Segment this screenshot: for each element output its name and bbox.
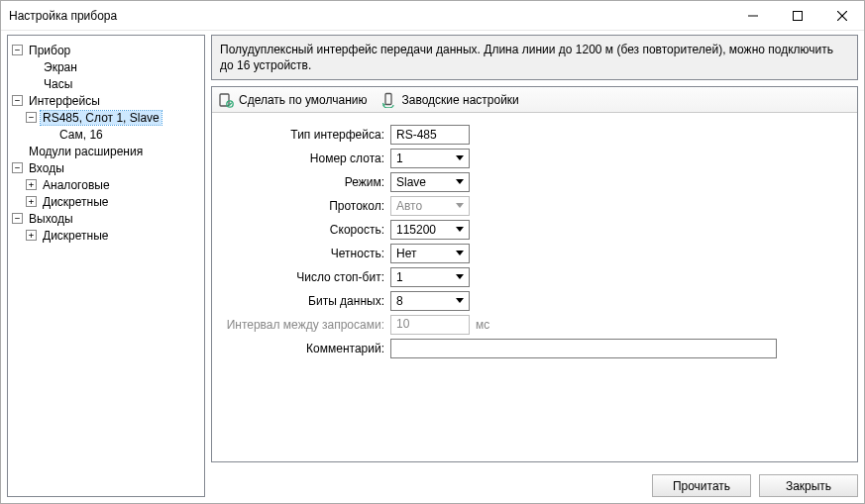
slot-combo[interactable]: 1: [390, 149, 470, 168]
footer: Прочитать Закрыть: [211, 468, 858, 497]
tree-expander[interactable]: [12, 213, 23, 224]
factory-settings-label: Заводские настройки: [401, 93, 518, 107]
protocol-value: Авто: [396, 199, 422, 213]
interval-input: 10: [390, 315, 470, 335]
tree-expander[interactable]: [12, 45, 23, 55]
parity-value: Нет: [396, 247, 416, 260]
stopbits-value: 1: [396, 270, 403, 284]
stopbits-combo[interactable]: 1: [390, 267, 470, 287]
chevron-down-icon: [452, 198, 467, 214]
tree-node-discrete-in[interactable]: Дискретные: [10, 193, 202, 210]
tree-node-outputs[interactable]: Выходы: [10, 210, 202, 227]
sidebar-tree: Прибор Экран Часы Интерфейсы: [7, 35, 205, 497]
speed-combo[interactable]: 115200: [390, 220, 470, 240]
svg-rect-6: [385, 93, 391, 104]
settings-panel: Сделать по умолчанию Заводские настройки…: [211, 86, 858, 462]
databits-value: 8: [396, 294, 403, 308]
databits-combo[interactable]: 8: [390, 291, 470, 311]
tree-node-analog[interactable]: Аналоговые: [10, 176, 202, 193]
chevron-down-icon: [452, 293, 467, 309]
close-icon: [837, 11, 847, 21]
titlebar: Настройка прибора: [1, 1, 864, 31]
tree-node-rs485[interactable]: RS485, Слот 1, Slave: [10, 109, 202, 126]
comment-input[interactable]: [390, 339, 777, 358]
toolbar: Сделать по умолчанию Заводские настройки: [212, 87, 857, 113]
chevron-down-icon: [452, 174, 467, 190]
maximize-button[interactable]: [775, 1, 819, 30]
read-button[interactable]: Прочитать: [652, 474, 751, 497]
protocol-combo: Авто: [390, 196, 470, 216]
default-icon: [218, 92, 234, 108]
databits-label: Биты данных:: [222, 294, 390, 308]
maximize-icon: [793, 11, 803, 21]
parity-combo[interactable]: Нет: [390, 244, 470, 263]
speed-label: Скорость:: [222, 223, 390, 237]
tree-expander[interactable]: [12, 162, 23, 173]
stopbits-label: Число стоп-бит:: [222, 270, 390, 284]
chevron-down-icon: [452, 222, 467, 238]
factory-settings-button[interactable]: Заводские настройки: [380, 92, 518, 108]
tree-node-inputs[interactable]: Входы: [10, 159, 202, 176]
body: Прибор Экран Часы Интерфейсы: [1, 31, 864, 503]
mode-combo[interactable]: Slave: [390, 172, 470, 192]
window-controls: [730, 1, 864, 30]
form: Тип интерфейса: RS-485 Номер слота: 1 Ре…: [212, 113, 857, 360]
main-pane: Полудуплексный интерфейс передачи данных…: [211, 35, 858, 497]
tree-node-clock[interactable]: Часы: [10, 75, 202, 92]
tree-expander[interactable]: [12, 95, 23, 106]
tree-node-screen[interactable]: Экран: [10, 58, 202, 75]
description-box: Полудуплексный интерфейс передачи данных…: [211, 35, 858, 80]
tree-expander[interactable]: [26, 179, 37, 190]
interval-label: Интервал между запросами:: [222, 318, 390, 332]
comment-label: Комментарий:: [222, 342, 390, 355]
tree-expander[interactable]: [26, 230, 37, 241]
tree-node-cam[interactable]: Сам, 16: [10, 126, 202, 143]
protocol-label: Протокол:: [222, 199, 390, 213]
chevron-down-icon: [452, 269, 467, 285]
close-button[interactable]: [819, 1, 864, 30]
iface-type-label: Тип интерфейса:: [222, 128, 390, 142]
window: Настройка прибора Прибор: [0, 0, 865, 504]
tree-node-interfaces[interactable]: Интерфейсы: [10, 92, 202, 109]
chevron-down-icon: [452, 151, 467, 166]
close-dialog-button[interactable]: Закрыть: [759, 474, 858, 497]
make-default-label: Сделать по умолчанию: [239, 93, 367, 107]
iface-type-value: RS-485: [390, 125, 470, 145]
factory-icon: [380, 92, 396, 108]
tree-node-discrete-out[interactable]: Дискретные: [10, 227, 202, 244]
parity-label: Четность:: [222, 247, 390, 260]
slot-value: 1: [396, 151, 403, 165]
tree-node-device[interactable]: Прибор: [10, 42, 202, 58]
chevron-down-icon: [452, 246, 467, 261]
tree-node-modules[interactable]: Модули расширения: [10, 143, 202, 159]
tree-expander[interactable]: [26, 112, 37, 123]
make-default-button[interactable]: Сделать по умолчанию: [218, 92, 367, 108]
interval-unit: мс: [476, 318, 489, 332]
window-title: Настройка прибора: [9, 9, 117, 23]
slot-label: Номер слота:: [222, 151, 390, 165]
svg-rect-1: [793, 11, 802, 20]
svg-rect-4: [220, 94, 229, 106]
mode-label: Режим:: [222, 175, 390, 189]
minimize-icon: [748, 11, 758, 21]
speed-value: 115200: [396, 223, 436, 237]
minimize-button[interactable]: [730, 1, 775, 30]
mode-value: Slave: [396, 175, 426, 189]
tree-expander[interactable]: [26, 196, 37, 207]
